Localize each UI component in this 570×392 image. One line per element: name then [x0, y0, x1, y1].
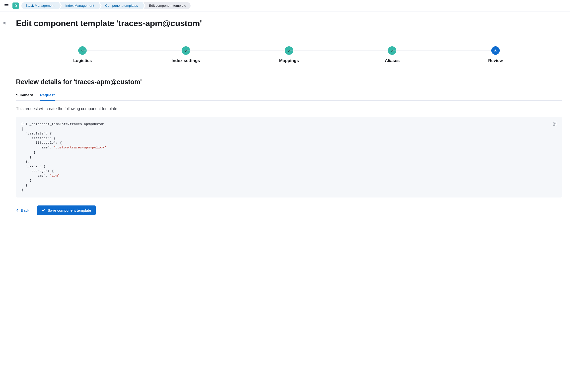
tab-request[interactable]: Request: [40, 93, 55, 101]
menu-icon[interactable]: [3, 3, 10, 9]
section-title: Review details for 'traces-apm@custom': [16, 78, 562, 86]
step-number: 5: [491, 46, 500, 55]
breadcrumb-current: Edit component template: [143, 2, 191, 9]
breadcrumb-index-management[interactable]: Index Management: [60, 2, 99, 9]
copy-icon[interactable]: [552, 121, 558, 129]
breadcrumb-stack-management[interactable]: Stack Management: [21, 2, 59, 9]
back-button[interactable]: Back: [16, 208, 29, 212]
left-rail: [0, 11, 10, 392]
stepper: Logistics Index settings Mappings: [31, 46, 547, 63]
check-icon: [42, 208, 45, 212]
tab-summary[interactable]: Summary: [16, 93, 33, 101]
step-aliases[interactable]: Aliases: [341, 46, 444, 63]
request-code-block: PUT _component_template/traces-apm@custo…: [16, 117, 562, 197]
divider: [16, 34, 562, 34]
step-mappings[interactable]: Mappings: [237, 46, 341, 63]
page-title: Edit component template 'traces-apm@cust…: [16, 18, 562, 28]
step-index-settings[interactable]: Index settings: [134, 46, 237, 63]
breadcrumb: Stack Management Index Management Compon…: [21, 2, 192, 9]
request-description: This request will create the following c…: [16, 107, 562, 111]
app-badge[interactable]: D: [12, 2, 19, 9]
step-review[interactable]: 5 Review: [444, 46, 547, 63]
tabs: Summary Request: [16, 93, 562, 101]
breadcrumb-component-templates[interactable]: Component templates: [100, 2, 142, 9]
expand-sidebar-icon[interactable]: [3, 21, 7, 392]
form-actions: Back Save component template: [16, 205, 562, 215]
code-content[interactable]: PUT _component_template/traces-apm@custo…: [21, 122, 557, 193]
save-button[interactable]: Save component template: [37, 205, 95, 215]
top-bar: D Stack Management Index Management Comp…: [0, 0, 570, 11]
main-content: Edit component template 'traces-apm@cust…: [10, 11, 570, 392]
chevron-left-icon: [16, 209, 19, 212]
step-logistics[interactable]: Logistics: [31, 46, 134, 63]
